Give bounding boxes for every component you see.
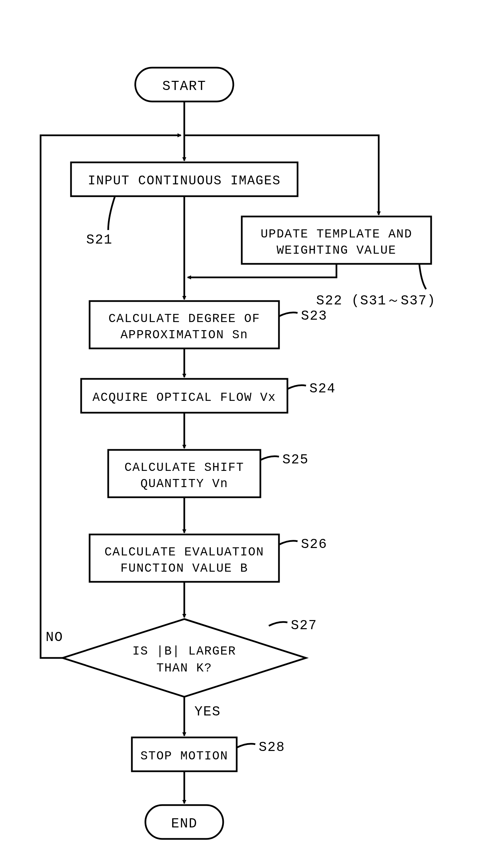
update-line2: WEIGHTING VALUE (277, 244, 396, 257)
input-node: INPUT CONTINUOUS IMAGES (71, 162, 298, 196)
calc-shift-line1: CALCULATE SHIFT (124, 461, 244, 474)
start-node: START (135, 68, 233, 102)
end-node: END (145, 805, 223, 839)
calc-degree-line2: APPROXIMATION Sn (121, 328, 248, 342)
acquire-text: ACQUIRE OPTICAL FLOW Vx (93, 391, 276, 405)
input-text: INPUT CONTINUOUS IMAGES (88, 173, 281, 188)
decision-line2: THAN K? (156, 661, 212, 675)
input-label: S21 (86, 232, 113, 248)
yes-label: YES (194, 704, 221, 720)
calc-eval-node: CALCULATE EVALUATION FUNCTION VALUE B (90, 534, 279, 582)
acquire-node: ACQUIRE OPTICAL FLOW Vx (81, 379, 287, 413)
stop-label: S28 (259, 740, 285, 755)
calc-shift-node: CALCULATE SHIFT QUANTITY Vn (108, 450, 260, 497)
stop-text: STOP MOTION (140, 749, 228, 763)
acquire-label: S24 (309, 381, 336, 397)
decision-node: IS |B| LARGER THAN K? (63, 619, 306, 697)
flowchart: START INPUT CONTINUOUS IMAGES S21 UPDATE… (0, 0, 493, 868)
decision-line1: IS |B| LARGER (132, 644, 236, 658)
calc-eval-line2: FUNCTION VALUE B (121, 562, 248, 575)
calc-degree-line1: CALCULATE DEGREE OF (109, 312, 260, 326)
start-text: START (162, 79, 206, 94)
no-label: NO (46, 630, 63, 645)
end-text: END (171, 816, 197, 831)
update-label: S22 (S31～S37) (316, 293, 436, 309)
calc-degree-label: S23 (301, 309, 327, 324)
calc-eval-line1: CALCULATE EVALUATION (105, 545, 264, 559)
calc-degree-node: CALCULATE DEGREE OF APPROXIMATION Sn (90, 301, 279, 348)
update-line1: UPDATE TEMPLATE AND (261, 227, 412, 241)
decision-label: S27 (291, 618, 317, 633)
calc-shift-label: S25 (282, 452, 309, 467)
stop-node: STOP MOTION (132, 737, 237, 771)
calc-eval-label: S26 (301, 537, 327, 552)
update-node: UPDATE TEMPLATE AND WEIGHTING VALUE (242, 216, 431, 264)
calc-shift-line2: QUANTITY Vn (140, 477, 228, 491)
